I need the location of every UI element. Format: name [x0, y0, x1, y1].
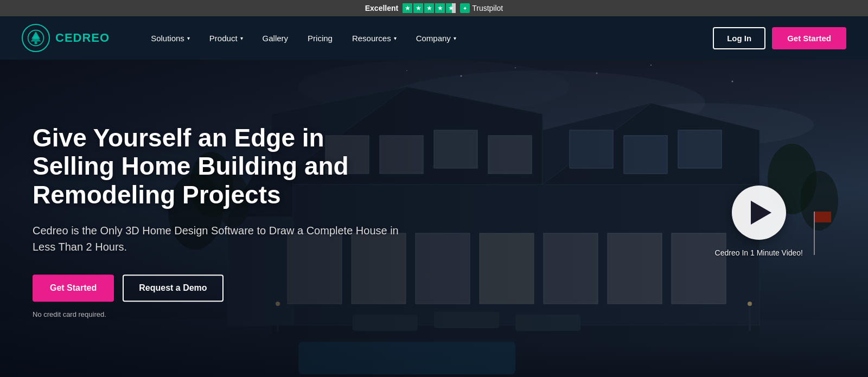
trustpilot-excellent-label: Excellent [365, 4, 398, 12]
hero-title: Give Yourself an Edge in Selling Home Bu… [33, 124, 412, 210]
hero-content: Give Yourself an Edge in Selling Home Bu… [33, 124, 412, 319]
chevron-down-icon: ▾ [394, 35, 397, 41]
chevron-down-icon: ▾ [240, 35, 243, 41]
nav-pricing[interactable]: Pricing [299, 28, 341, 48]
hero-buttons: Get Started Request a Demo [33, 274, 412, 302]
logo-text: CEDREO [55, 31, 110, 45]
star-2: ★ [413, 3, 423, 13]
logo-icon [22, 24, 50, 52]
main-nav: CEDREO Solutions ▾ Product ▾ Gallery Pri… [0, 16, 868, 60]
trustpilot-brand-label: Trustpilot [472, 4, 503, 12]
chevron-down-icon: ▾ [187, 35, 190, 41]
star-5-half: ★ [446, 3, 456, 13]
no-credit-card-text: No credit card required. [33, 310, 412, 318]
video-play-area: Cedreo In 1 Minute Video! [715, 186, 803, 257]
nav-solutions[interactable]: Solutions ▾ [142, 28, 199, 48]
chevron-down-icon: ▾ [454, 35, 456, 41]
video-caption-text: Cedreo In 1 Minute Video! [715, 248, 803, 257]
star-4: ★ [435, 3, 445, 13]
login-button[interactable]: Log In [713, 27, 765, 49]
nav-company[interactable]: Company ▾ [407, 28, 465, 48]
hero-request-demo-button[interactable]: Request a Demo [123, 274, 223, 302]
nav-resources[interactable]: Resources ▾ [343, 28, 405, 48]
star-3: ★ [424, 3, 434, 13]
trustpilot-logo-icon: ✦ [460, 3, 470, 13]
logo-tree-svg [27, 29, 44, 47]
nav-product[interactable]: Product ▾ [201, 28, 252, 48]
svg-rect-3 [35, 41, 37, 44]
hero-get-started-button[interactable]: Get Started [33, 274, 114, 302]
hero-section: Cedreo In 1 Minute Video! Give Yourself … [0, 60, 868, 377]
trustpilot-bar: Excellent ★ ★ ★ ★ ★ ✦ Trustpilot [0, 0, 868, 16]
trustpilot-logo: ✦ Trustpilot [460, 3, 503, 13]
logo-link[interactable]: CEDREO [22, 24, 110, 52]
play-triangle-icon [751, 201, 771, 225]
trustpilot-stars: ★ ★ ★ ★ ★ [403, 3, 456, 13]
video-play-button[interactable] [732, 186, 786, 240]
nav-gallery[interactable]: Gallery [254, 28, 297, 48]
nav-links: Solutions ▾ Product ▾ Gallery Pricing Re… [142, 28, 713, 48]
get-started-nav-button[interactable]: Get Started [772, 27, 846, 49]
hero-subtitle: Cedreo is the Only 3D Home Design Softwa… [33, 222, 412, 255]
nav-actions: Log In Get Started [713, 27, 846, 49]
star-1: ★ [403, 3, 412, 13]
